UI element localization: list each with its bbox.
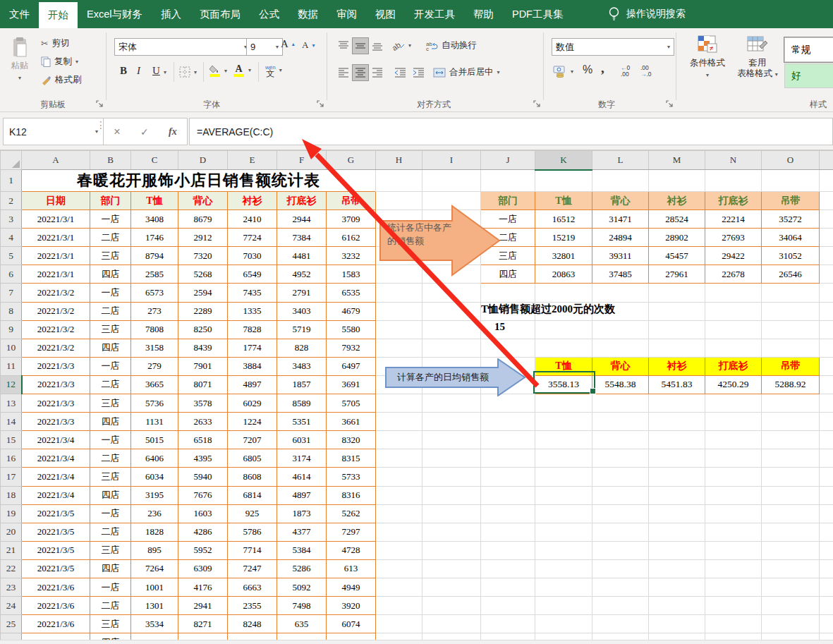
- cell-O9[interactable]: [762, 320, 820, 339]
- cell-G22[interactable]: 613: [327, 559, 376, 578]
- tab-8[interactable]: 视图: [366, 1, 405, 28]
- cell-P3[interactable]: [820, 210, 833, 229]
- cell-O24[interactable]: [762, 597, 820, 615]
- row-header-9[interactable]: 9: [1, 320, 22, 339]
- cell-O4[interactable]: 34064: [762, 229, 820, 247]
- cell-K10[interactable]: [535, 339, 592, 357]
- number-format-select[interactable]: 数值▾: [552, 38, 674, 56]
- cell-M10[interactable]: [649, 339, 705, 357]
- col-header-I[interactable]: I: [422, 151, 481, 170]
- cell-L1[interactable]: [592, 170, 649, 192]
- cell-L20[interactable]: [592, 523, 649, 541]
- cell-L25[interactable]: [592, 615, 649, 633]
- cell-P23[interactable]: [820, 578, 833, 596]
- cell-E5[interactable]: 7030: [228, 247, 277, 265]
- cell-C10[interactable]: 3158: [131, 339, 178, 357]
- cell-B25[interactable]: 三店: [90, 615, 131, 633]
- cell-O18[interactable]: [762, 486, 820, 504]
- row-header-18[interactable]: 18: [1, 486, 22, 504]
- cell-I15[interactable]: [422, 431, 481, 449]
- cell-C15[interactable]: 5015: [131, 431, 178, 449]
- cell-G6[interactable]: 1583: [327, 265, 376, 284]
- cell-J7[interactable]: [481, 284, 535, 302]
- callout-sum-arrow[interactable]: 统计各店中各产的销售额: [379, 205, 501, 277]
- cell-N20[interactable]: [705, 523, 762, 541]
- cell-L16[interactable]: [592, 449, 649, 468]
- cell-N11[interactable]: 打底衫: [705, 357, 762, 375]
- cell-L12[interactable]: 5548.38: [592, 375, 649, 394]
- cell-D9[interactable]: 8250: [178, 320, 228, 339]
- cell-B17[interactable]: 三店: [90, 468, 131, 486]
- cell-G20[interactable]: 7297: [327, 523, 376, 541]
- cell-B5[interactable]: 三店: [90, 247, 131, 265]
- cell-C7[interactable]: 6573: [131, 284, 178, 302]
- cell-J22[interactable]: [481, 559, 535, 578]
- cell-L6[interactable]: 37485: [592, 265, 649, 284]
- cell-style-good[interactable]: 好: [784, 63, 833, 88]
- cell-H25[interactable]: [376, 615, 422, 633]
- cell-I18[interactable]: [422, 486, 481, 504]
- cell-O13[interactable]: [762, 394, 820, 413]
- cell-B7[interactable]: 一店: [90, 284, 131, 302]
- cell-H9[interactable]: [376, 320, 422, 339]
- cell-H24[interactable]: [376, 597, 422, 615]
- cell-A3[interactable]: 20221/3/1: [22, 210, 90, 229]
- cell-I9[interactable]: [422, 320, 481, 339]
- tab-9[interactable]: 开发工具: [405, 1, 464, 28]
- cell-G15[interactable]: 8320: [327, 431, 376, 449]
- callout-average-arrow[interactable]: 计算各产的日均销售额: [385, 358, 526, 396]
- cell-D12[interactable]: 8071: [178, 375, 228, 394]
- cell-D3[interactable]: 8679: [178, 210, 228, 229]
- cell-G9[interactable]: 5580: [327, 320, 376, 339]
- tab-2[interactable]: Excel与财务: [78, 1, 152, 28]
- cell-F20[interactable]: 4377: [277, 523, 327, 541]
- cell-C13[interactable]: 5736: [131, 394, 178, 413]
- cell-L4[interactable]: 24894: [592, 229, 649, 247]
- tab-11[interactable]: PDF工具集: [503, 1, 573, 28]
- cell-F8[interactable]: 3403: [277, 302, 327, 320]
- cell-F11[interactable]: 3483: [277, 357, 327, 375]
- cell-P13[interactable]: [820, 394, 833, 413]
- cell-F23[interactable]: 5092: [277, 578, 327, 596]
- cell-C12[interactable]: 3665: [131, 375, 178, 394]
- cell-I22[interactable]: [422, 559, 481, 578]
- cell-H16[interactable]: [376, 449, 422, 468]
- cell-L23[interactable]: [592, 578, 649, 596]
- cell-O6[interactable]: 26546: [762, 265, 820, 284]
- cell-I21[interactable]: [422, 541, 481, 559]
- cell-C2[interactable]: T恤: [131, 192, 178, 210]
- cell-K23[interactable]: [535, 578, 592, 596]
- cell-P17[interactable]: [820, 468, 833, 486]
- cell-E9[interactable]: 7828: [228, 320, 277, 339]
- cell-F18[interactable]: 4897: [277, 486, 327, 504]
- cell-E16[interactable]: 6805: [228, 449, 277, 468]
- cell-C3[interactable]: 3408: [131, 210, 178, 229]
- col-header-K[interactable]: K: [535, 151, 592, 170]
- row-header-16[interactable]: 16: [1, 449, 22, 468]
- cell-J14[interactable]: [481, 413, 535, 431]
- cell-F17[interactable]: 4614: [277, 468, 327, 486]
- row-header-10[interactable]: 10: [1, 339, 22, 357]
- row-header-6[interactable]: 6: [1, 265, 22, 284]
- cell-G8[interactable]: 4679: [327, 302, 376, 320]
- cell-M25[interactable]: [649, 615, 705, 633]
- cell-N14[interactable]: [705, 413, 762, 431]
- row-header-2[interactable]: 2: [1, 192, 22, 210]
- cell-L7[interactable]: [592, 284, 649, 302]
- cell-D8[interactable]: 2289: [178, 302, 228, 320]
- cell-N8[interactable]: [705, 302, 762, 320]
- cell-H14[interactable]: [376, 413, 422, 431]
- cell-G19[interactable]: 5262: [327, 504, 376, 523]
- cell-M21[interactable]: [649, 541, 705, 559]
- cancel-icon[interactable]: ×: [114, 126, 120, 138]
- cell-E2[interactable]: 衬衫: [228, 192, 277, 210]
- cell-P22[interactable]: [820, 559, 833, 578]
- italic-button[interactable]: I: [137, 65, 140, 77]
- enter-icon[interactable]: ✓: [140, 126, 149, 138]
- cell-P25[interactable]: [820, 615, 833, 633]
- cell-J21[interactable]: [481, 541, 535, 559]
- cell-B4[interactable]: 二店: [90, 229, 131, 247]
- cell-L9[interactable]: [592, 320, 649, 339]
- cell-B9[interactable]: 三店: [90, 320, 131, 339]
- cell-F21[interactable]: 5384: [277, 541, 327, 559]
